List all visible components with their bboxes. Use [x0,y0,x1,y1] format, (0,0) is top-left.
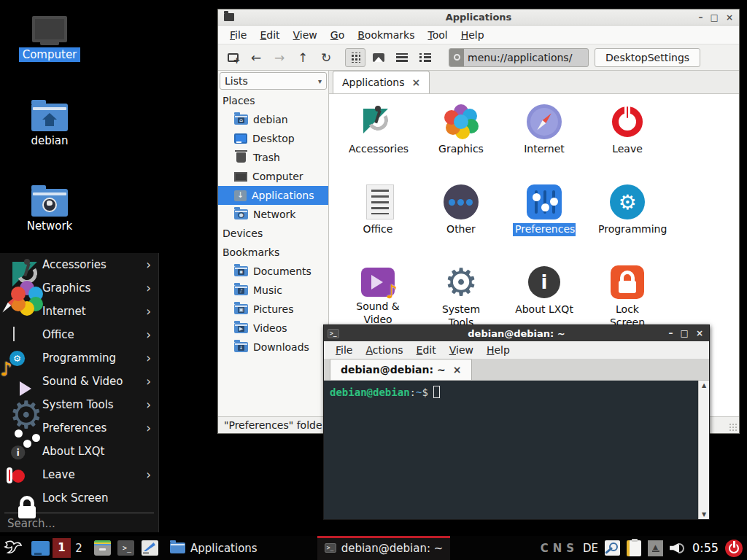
scroll-down-icon[interactable]: ▼ [702,511,706,518]
show-desktop-button[interactable] [31,541,50,556]
task-applications[interactable]: Applications [163,536,265,560]
category-internet[interactable]: Internet [503,101,586,182]
lxqt-menu-button[interactable] [4,540,23,557]
reload-button[interactable]: ↻ [316,48,336,67]
other-icon [444,184,479,219]
category-leave[interactable]: Leave [586,101,669,182]
menu-item-sound-video[interactable]: ♪ Sound & Video › [0,370,158,393]
terminal-window-title: debian@debian: ~ [324,328,709,339]
power-button[interactable] [725,540,743,557]
fm-menu-view[interactable]: View [287,27,323,43]
sidebar-item-videos[interactable]: ▶Videos [218,319,328,338]
sidebar-item-applications[interactable]: ↓Applications [218,186,328,205]
fm-menu-go[interactable]: Go [325,27,350,43]
category-preferences[interactable]: Preferences [503,182,586,262]
desktop-settings-button[interactable]: DesktopSettings [595,48,700,67]
terminal-screen[interactable]: debian@debian:~$ [324,381,698,519]
address-text: menu://applications/ [464,52,572,63]
terminal-tab[interactable]: debian@debian: ~ × [330,359,472,380]
sidebar-item-downloads[interactable]: ↓Downloads [218,338,328,357]
icon-view-button[interactable] [345,48,365,67]
fm-menu-bookmarks[interactable]: Bookmarks [352,27,420,43]
computer-icon [234,172,247,182]
close-icon[interactable]: × [696,328,703,338]
terminal-menu-actions[interactable]: Actions [360,342,409,358]
new-tab-icon [228,53,239,62]
sidebar-item-documents[interactable]: ▪Documents [218,262,328,281]
detailed-view-button[interactable] [415,48,436,67]
terminal-menu-help[interactable]: Help [481,342,516,358]
eject-tray-icon[interactable]: ▲ [648,540,663,556]
menu-item-leave[interactable]: Leave › [0,463,158,486]
fm-titlebar[interactable]: Applications – □ × [218,9,739,26]
terminal-menu-file[interactable]: File [330,342,358,358]
fm-tab-applications[interactable]: Applications × [333,71,430,93]
category-programming[interactable]: ⚙ Programming [586,182,669,262]
fm-menu-help[interactable]: Help [455,27,490,43]
prompt-dollar: $ [422,386,427,398]
terminal-menu-view[interactable]: View [444,342,479,358]
sidebar-item-music[interactable]: ♪Music [218,281,328,300]
category-accessories[interactable]: Accessories [336,101,419,182]
accessories-icon [360,104,395,139]
info-icon: i [528,266,560,298]
volume-tray-icon[interactable] [670,541,686,556]
workspace-1-button[interactable]: 1 [53,538,71,558]
thumbnail-view-icon [373,53,384,62]
sidebar-item-trash[interactable]: Trash [218,148,328,167]
forward-button[interactable]: → [269,48,290,67]
desktop-icon-network[interactable]: Network [12,189,88,233]
terminal-titlebar[interactable]: >_ debian@debian: ~ – □ × [324,325,709,341]
minimize-icon[interactable]: – [699,12,703,23]
address-bar[interactable]: menu://applications/ [449,48,589,67]
thumbnail-view-button[interactable] [368,48,389,67]
power-icon [9,467,25,483]
maximize-icon[interactable]: □ [711,12,719,23]
fm-tab-bar: Applications × [329,71,739,94]
file-manager-launcher[interactable] [94,540,111,556]
terminal-menu-edit[interactable]: Edit [411,342,442,358]
back-button[interactable]: ← [246,48,266,67]
sidebar-header-devices: Devices [218,224,328,243]
tab-close-icon[interactable]: × [412,77,421,88]
new-tab-button[interactable] [222,48,243,67]
compact-view-button[interactable] [392,48,412,67]
sidebar-item-debian[interactable]: ⌂debian [218,110,328,129]
sidebar-item-computer[interactable]: Computer [218,167,328,186]
task-terminal[interactable]: >_ debian@debian: ~ [317,536,451,560]
category-office[interactable]: Office [336,182,419,262]
featherpad-launcher[interactable] [142,540,158,556]
clipboard-tray-icon[interactable] [627,540,641,556]
menu-item-system-tools[interactable]: ⚙ System Tools › [0,393,158,416]
category-other[interactable]: Other [419,182,503,262]
menu-item-office[interactable]: Office › [0,323,158,346]
menu-item-programming[interactable]: ⚙ Programming › [0,346,158,370]
terminal-launcher[interactable]: >_ [117,540,134,556]
sidebar-item-network[interactable]: ●Network [218,205,328,224]
up-button[interactable]: ↑ [293,48,313,67]
keyboard-layout-indicator[interactable]: DE [583,542,598,555]
fm-menu-file[interactable]: File [224,27,252,43]
workspace-2-button[interactable]: 2 [72,542,85,555]
menu-item-lock-screen[interactable]: Lock Screen [0,486,158,510]
desktop-icon-debian[interactable]: debian [12,104,88,148]
sidebar-item-desktop[interactable]: Desktop [218,129,328,148]
sidebar-mode-combobox[interactable]: Lists ▾ [220,72,327,90]
fm-menu-tool[interactable]: Tool [422,27,453,43]
folder-icon [224,13,234,21]
menu-item-accessories[interactable]: Accessories › [0,253,158,276]
minimize-icon[interactable]: – [669,328,673,338]
terminal-scrollbar[interactable]: ▲ ▼ [698,381,709,519]
sidebar-item-pictures[interactable]: ▣Pictures [218,300,328,319]
category-graphics[interactable]: Graphics [419,101,503,182]
close-icon[interactable]: × [726,12,733,23]
resize-grip[interactable] [729,423,738,432]
maximize-icon[interactable]: □ [681,328,689,338]
desktop-icon-computer[interactable]: Computer [12,16,88,62]
screenshot-tray-icon[interactable] [605,540,620,556]
scroll-up-icon[interactable]: ▲ [702,382,706,389]
fm-menu-edit[interactable]: Edit [254,27,285,43]
num-lock-indicator: N [553,542,563,555]
tab-close-icon[interactable]: × [453,364,462,376]
clock[interactable]: 0:55 [692,541,719,555]
